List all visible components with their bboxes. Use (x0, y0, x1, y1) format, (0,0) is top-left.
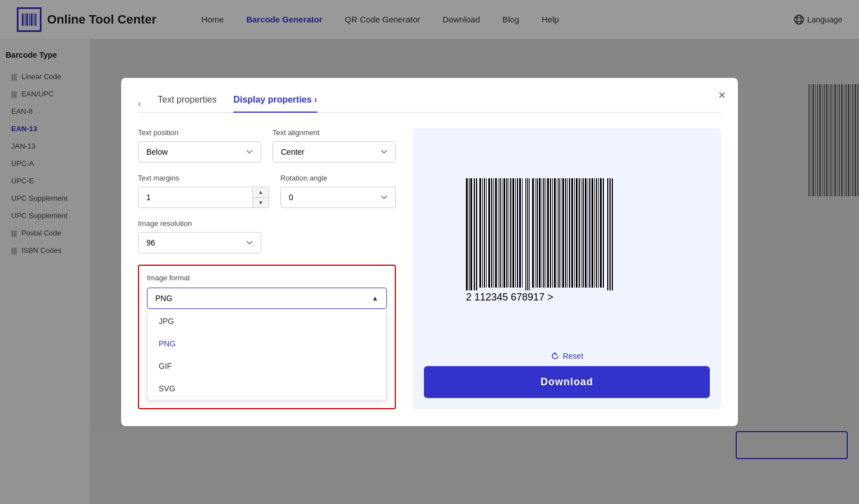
text-alignment-select[interactable]: Center Left Right (273, 141, 396, 163)
svg-rect-51 (504, 178, 505, 288)
svg-rect-53 (509, 178, 509, 288)
tab-display-label: Display properties (233, 95, 312, 104)
svg-rect-43 (486, 178, 487, 288)
text-position-label: Text position (138, 128, 261, 137)
svg-rect-54 (510, 178, 511, 288)
svg-rect-82 (574, 178, 575, 288)
svg-rect-40 (479, 178, 481, 288)
svg-rect-65 (537, 178, 538, 288)
svg-rect-81 (571, 178, 573, 288)
svg-rect-61 (527, 178, 528, 290)
svg-rect-49 (500, 178, 501, 288)
modal: × ‹ Text properties Display properties ›… (121, 78, 738, 426)
svg-rect-41 (482, 178, 483, 288)
modal-tabs: ‹ Text properties Display properties › (138, 95, 721, 113)
svg-rect-52 (506, 178, 507, 288)
svg-rect-39 (476, 178, 477, 290)
svg-rect-72 (552, 178, 553, 288)
rotation-angle-select[interactable]: 0 90 180 270 (280, 187, 396, 208)
svg-rect-79 (567, 178, 568, 288)
svg-rect-70 (547, 178, 549, 288)
svg-rect-90 (592, 178, 593, 288)
svg-rect-57 (517, 178, 518, 288)
svg-text:2   112345   678917  >: 2 112345 678917 > (466, 292, 553, 303)
svg-rect-60 (525, 178, 527, 290)
svg-rect-74 (557, 178, 557, 288)
svg-rect-94 (600, 178, 602, 288)
reset-label: Reset (563, 352, 584, 360)
text-margins-label: Text margins (138, 174, 269, 182)
download-button[interactable]: Download (424, 366, 710, 398)
svg-rect-35 (466, 178, 468, 290)
rotation-angle-label: Rotation angle (280, 174, 396, 182)
format-option-gif[interactable]: GIF (147, 355, 386, 377)
format-option-jpg[interactable]: JPG (147, 310, 386, 332)
tab-display-properties[interactable]: Display properties › (233, 95, 317, 113)
format-option-png[interactable]: PNG (147, 332, 386, 355)
svg-rect-83 (576, 178, 578, 288)
svg-rect-98 (612, 178, 613, 290)
image-format-section: Image format PNG ▲ JPG PNG GIF SVG (138, 265, 396, 409)
text-margins-group: Text margins ▲ ▼ (138, 174, 269, 208)
svg-rect-77 (562, 178, 564, 288)
text-margins-input[interactable] (138, 187, 252, 207)
tab-text-properties[interactable]: Text properties (158, 95, 216, 113)
stepper-up[interactable]: ▲ (253, 187, 269, 198)
svg-rect-69 (546, 178, 546, 288)
close-button[interactable]: × (718, 88, 726, 103)
format-selected-value: PNG (155, 294, 172, 303)
svg-rect-96 (607, 178, 608, 290)
image-resolution-group: Image resolution 96 72 150 300 (138, 219, 261, 253)
form-row-3: Image resolution 96 72 150 300 (138, 219, 396, 253)
svg-rect-48 (498, 178, 498, 288)
svg-rect-78 (565, 178, 566, 288)
format-select-box[interactable]: PNG ▲ (147, 288, 387, 309)
tab-prev-arrow[interactable]: ‹ (138, 99, 141, 109)
modal-left-panel: Text position Below Above None Text alig… (138, 128, 396, 409)
form-row-1: Text position Below Above None Text alig… (138, 128, 396, 163)
svg-rect-91 (594, 178, 595, 288)
svg-rect-36 (469, 178, 470, 290)
svg-rect-73 (554, 178, 556, 288)
format-select-container: PNG ▲ JPG PNG GIF SVG (147, 288, 387, 400)
format-arrow-icon: ▲ (372, 294, 378, 302)
svg-rect-37 (470, 178, 472, 290)
svg-rect-66 (539, 178, 541, 288)
barcode-image: 2 112345 678917 > (449, 167, 685, 324)
svg-rect-80 (569, 178, 570, 288)
svg-rect-97 (609, 178, 611, 290)
format-option-svg[interactable]: SVG (147, 377, 386, 400)
form-row-2: Text margins ▲ ▼ Rotation angle 0 (138, 174, 396, 208)
image-resolution-select[interactable]: 96 72 150 300 (138, 232, 261, 253)
image-resolution-label: Image resolution (138, 219, 261, 228)
svg-rect-68 (543, 178, 544, 288)
svg-rect-38 (474, 178, 475, 290)
svg-rect-92 (596, 178, 597, 288)
text-position-group: Text position Below Above None (138, 128, 261, 163)
svg-rect-93 (598, 178, 599, 288)
barcode-preview: 2 112345 678917 > (424, 140, 710, 352)
stepper-buttons: ▲ ▼ (252, 187, 269, 207)
image-format-label: Image format (147, 274, 387, 282)
reset-button[interactable]: Reset (551, 352, 584, 360)
svg-rect-71 (550, 178, 551, 288)
svg-rect-76 (561, 178, 561, 288)
svg-rect-45 (491, 178, 492, 288)
tab-next-arrow[interactable]: › (314, 95, 317, 104)
svg-rect-58 (519, 178, 521, 288)
svg-rect-63 (532, 178, 534, 288)
text-position-select[interactable]: Below Above None (138, 141, 261, 163)
svg-rect-87 (585, 178, 586, 288)
tab-nav: ‹ Text properties Display properties › (138, 95, 317, 112)
stepper-down[interactable]: ▼ (253, 198, 269, 208)
modal-right-panel: 2 112345 678917 > Reset Download (413, 128, 721, 409)
svg-rect-59 (522, 178, 523, 288)
modal-body: Text position Below Above None Text alig… (138, 128, 721, 409)
svg-rect-85 (581, 178, 581, 288)
svg-rect-47 (495, 178, 497, 288)
svg-rect-67 (542, 178, 542, 288)
rotation-angle-group: Rotation angle 0 90 180 270 (280, 174, 396, 208)
svg-rect-55 (512, 178, 514, 288)
svg-rect-42 (484, 178, 485, 288)
svg-rect-62 (529, 178, 530, 290)
